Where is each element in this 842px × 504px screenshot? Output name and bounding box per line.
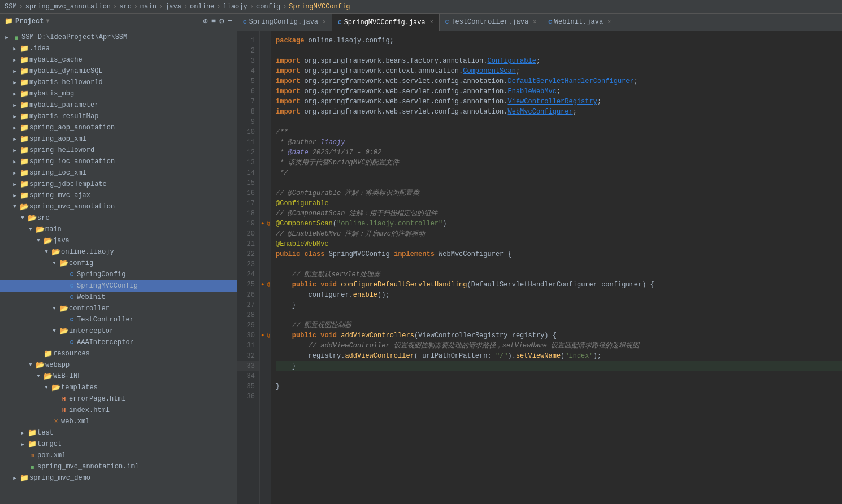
collapse-icon[interactable]: ≡ — [211, 16, 216, 26]
bc-config[interactable]: config — [256, 3, 280, 11]
tab-SpringConfig[interactable]: CSpringConfig.java× — [237, 14, 332, 31]
tree-label-controller: controller — [69, 305, 110, 312]
tree-item-test[interactable]: ▶📁 test — [0, 427, 237, 438]
tree-arrow-WEB-INF: ▼ — [34, 373, 43, 379]
tree-label-spring_mvc_annotation: spring_mvc_annotation — [29, 203, 115, 211]
tree-label-templates: templates — [61, 384, 98, 392]
tree-label-interceptor: interceptor — [69, 327, 114, 335]
tree-item-AAAInterceptor[interactable]: C AAAInterceptor — [0, 337, 237, 348]
tab-close-TestController[interactable]: × — [533, 19, 536, 25]
editor-area: CSpringConfig.java×CSpringMVCConfig.java… — [237, 14, 842, 504]
tree-arrow-mybatis_mbg: ▶ — [10, 91, 19, 97]
bc-java[interactable]: java — [165, 3, 181, 11]
tree-item-controller[interactable]: ▼📂 controller — [0, 303, 237, 314]
tree-item-idea[interactable]: ▶📁 .idea — [0, 43, 237, 54]
bc-src[interactable]: src — [119, 3, 132, 11]
tree-arrow-mybatis_helloworld: ▶ — [10, 80, 19, 86]
tree-arrow-spring_ioc_annotation: ▶ — [10, 159, 19, 165]
tree-item-index_html[interactable]: H index.html — [0, 405, 237, 416]
line-num-27: 27 — [237, 300, 259, 310]
tree-item-SpringMVCConfig[interactable]: C SpringMVCConfig — [0, 280, 237, 292]
tree-item-src[interactable]: ▼📂 src — [0, 212, 237, 224]
tab-SpringMVCConfig[interactable]: CSpringMVCConfig.java× — [332, 14, 440, 31]
tree-icon-pom_xml: m — [27, 452, 37, 459]
code-content[interactable]: package online.liaojy.config;import org.… — [271, 31, 842, 504]
bc-ssm[interactable]: SSM — [5, 3, 17, 11]
tree-item-WEB-INF[interactable]: ▼📂 WEB-INF — [0, 371, 237, 382]
gutter-cell-29 — [260, 320, 271, 331]
tree-item-templates[interactable]: ▼📂 templates — [0, 382, 237, 393]
tree-item-spring_jdbcTemplate[interactable]: ▶📁 spring_jdbcTemplate — [0, 179, 237, 190]
tab-close-SpringMVCConfig[interactable]: × — [430, 19, 433, 25]
line-num-5: 5 — [237, 76, 259, 86]
tab-WebInit[interactable]: CWebInit.java× — [542, 14, 617, 31]
tree-item-SpringConfig[interactable]: C SpringConfig — [0, 269, 237, 280]
tree-item-pom_xml[interactable]: m pom.xml — [0, 450, 237, 461]
tree-item-online_liaojy[interactable]: ▼📂 online.liaojy — [0, 246, 237, 258]
tree-item-mybatis_parameter[interactable]: ▶📁 mybatis_parameter — [0, 99, 237, 111]
tree-item-spring_aop_annotation[interactable]: ▶📁 spring_aop_annotation — [0, 122, 237, 133]
bc-online[interactable]: online — [190, 3, 214, 11]
bc-main[interactable]: main — [140, 3, 157, 11]
gutter-cell-27 — [260, 300, 271, 310]
tree-item-spring_mvc_demo[interactable]: ▶📁 spring_mvc_demo — [0, 472, 237, 484]
dropdown-icon[interactable]: ▼ — [46, 18, 49, 24]
tree-item-spring_ioc_xml[interactable]: ▶📁 spring_ioc_xml — [0, 167, 237, 179]
tree-item-mybatis_helloworld[interactable]: ▶📁 mybatis_helloworld — [0, 77, 237, 88]
tab-close-SpringConfig[interactable]: × — [323, 19, 326, 25]
tree-label-pom_xml: pom.xml — [37, 451, 66, 459]
settings-icon[interactable]: ⚙ — [219, 16, 224, 26]
code-line-26: configurer.enable(); — [276, 290, 842, 300]
tree-item-spring_mvc_annotation_iml[interactable]: ◼ spring_mvc_annotation.iml — [0, 461, 237, 472]
line-num-15: 15 — [237, 178, 259, 188]
tree-label-config: config — [69, 259, 93, 267]
tree-item-spring_helloword[interactable]: ▶📁 spring_helloword — [0, 145, 237, 156]
gutter-cell-22 — [260, 249, 271, 259]
line-num-18: 18 — [237, 208, 259, 219]
line-num-12: 12 — [237, 147, 259, 158]
tree-item-webapp[interactable]: ▼📂 webapp — [0, 359, 237, 371]
tree-icon-spring_mvc_demo: 📁 — [19, 473, 29, 483]
tree-item-mybatis_dynamicSQL[interactable]: ▶📁 mybatis_dynamicSQL — [0, 66, 237, 77]
gutter-cell-26 — [260, 290, 271, 300]
tab-TestController[interactable]: CTestController.java× — [440, 14, 542, 31]
tree-item-spring_aop_xml[interactable]: ▶📁 spring_aop_xml — [0, 133, 237, 145]
tree-item-target[interactable]: ▶📁 target — [0, 438, 237, 450]
code-line-15 — [276, 178, 842, 188]
line-num-21: 21 — [237, 239, 259, 249]
tree-item-spring_mvc_ajax[interactable]: ▶📁 spring_mvc_ajax — [0, 190, 237, 201]
tree-item-errorPage_html[interactable]: H errorPage.html — [0, 393, 237, 405]
tree-icon-SpringMVCConfig: C — [67, 283, 77, 289]
tree-label-spring_jdbcTemplate: spring_jdbcTemplate — [29, 180, 107, 188]
line-num-30: 30 — [237, 331, 259, 341]
code-line-20: // @EnableWebMvc 注解：开启mvc的注解驱动 — [276, 229, 842, 239]
line-num-17: 17 — [237, 198, 259, 208]
tree-item-spring_ioc_annotation[interactable]: ▶📁 spring_ioc_annotation — [0, 156, 237, 167]
tree-item-web_xml[interactable]: X web.xml — [0, 416, 237, 427]
tree-item-main[interactable]: ▼📂 main — [0, 224, 237, 235]
tree-item-spring_mvc_annotation[interactable]: ▼📂 spring_mvc_annotation — [0, 201, 237, 212]
tree-item-WebInit[interactable]: C WebInit — [0, 292, 237, 303]
bc-project[interactable]: spring_mvc_annotation — [25, 3, 111, 11]
gutter-cell-25: ● @ — [260, 280, 271, 290]
tree-item-mybatis_resultMap[interactable]: ▶📁 mybatis_resultMap — [0, 111, 237, 122]
tree-item-interceptor[interactable]: ▼📂 interceptor — [0, 325, 237, 337]
tab-close-WebInit[interactable]: × — [607, 19, 611, 25]
minimize-icon[interactable]: − — [228, 16, 232, 26]
tree-item-resources[interactable]: 📁 resources — [0, 348, 237, 359]
tree-item-ssm[interactable]: ▶◼ SSM D:\IdeaProject\Apr\SSM — [0, 32, 237, 43]
tree-icon-java: 📂 — [43, 236, 53, 245]
gutter-cell-24 — [260, 270, 271, 280]
tree-item-mybatis_cache[interactable]: ▶📁 mybatis_cache — [0, 54, 237, 66]
tree-item-java[interactable]: ▼📂 java — [0, 235, 237, 246]
bc-liaojy[interactable]: liaojy — [223, 3, 248, 11]
locate-icon[interactable]: ⊕ — [203, 16, 207, 26]
tree-item-config[interactable]: ▼📂 config — [0, 258, 237, 269]
tree-item-mybatis_mbg[interactable]: ▶📁 mybatis_mbg — [0, 88, 237, 99]
tree-label-mybatis_cache: mybatis_cache — [29, 56, 83, 64]
tree-icon-webapp: 📂 — [35, 360, 45, 370]
tree-item-TestController[interactable]: C TestController — [0, 314, 237, 325]
tree-arrow-main: ▼ — [26, 227, 35, 232]
gutter-cell-7 — [260, 97, 271, 107]
tree-icon-config: 📂 — [59, 259, 69, 268]
